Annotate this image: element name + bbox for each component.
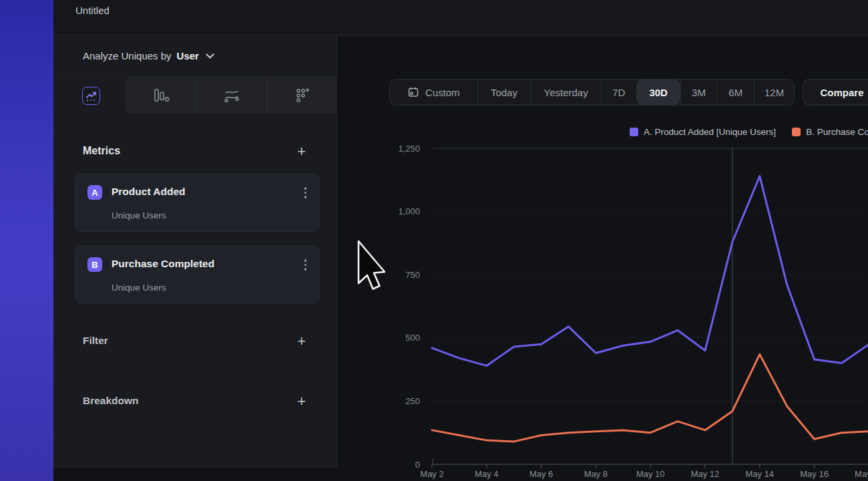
calendar-icon: [407, 86, 419, 98]
legend-swatch-a: [630, 128, 638, 136]
query-sidebar: Analyze Uniques by User: [53, 35, 337, 468]
flow-chart-icon: [223, 88, 240, 104]
svg-text:May 4: May 4: [475, 469, 498, 479]
metric-badge-a: A: [87, 185, 102, 200]
tab-bar-chart[interactable]: [126, 77, 196, 114]
svg-text:0: 0: [415, 460, 420, 470]
range-30d[interactable]: 30D: [636, 79, 680, 105]
svg-text:May 8: May 8: [584, 469, 608, 479]
svg-text:May 6: May 6: [529, 469, 553, 479]
range-3m[interactable]: 3M: [680, 79, 717, 105]
legend-label-a: A. Product Added [Unique Users]: [644, 127, 776, 137]
add-filter-button[interactable]: +: [297, 335, 306, 348]
report-title[interactable]: Untitled: [75, 5, 110, 16]
compare-button[interactable]: Compare: [803, 79, 868, 106]
svg-text:May 10: May 10: [636, 469, 665, 479]
breakdown-header: Breakdown: [83, 395, 139, 407]
line-chart-icon: [85, 90, 97, 102]
date-range-segmented-control: Custom Today Yesterday 7D 30D 3M 6M 12M: [389, 79, 795, 106]
svg-text:1,000: 1,000: [398, 206, 420, 216]
metric-title: Purchase Completed: [112, 258, 214, 270]
app-window: Untitled Analyze Uniques by User: [0, 0, 868, 481]
svg-text:250: 250: [405, 396, 420, 406]
tab-line-chart[interactable]: [82, 87, 100, 105]
legend-label-b: B. Purchase Completed [Unique Users]: [806, 127, 868, 137]
range-6m[interactable]: 6M: [716, 79, 754, 105]
left-gradient-rail: [0, 0, 53, 481]
metric-subtitle[interactable]: Unique Users: [112, 210, 166, 220]
metric-card-product-added[interactable]: A Product Added Unique Users: [75, 174, 319, 232]
metric-badge-b: B: [87, 257, 102, 272]
kebab-menu-icon[interactable]: [304, 187, 307, 198]
analyze-by-value[interactable]: User: [177, 50, 199, 61]
analyze-by-label: Analyze Uniques by: [83, 50, 172, 61]
tab-flow-chart[interactable]: [196, 77, 266, 114]
svg-text:May 14: May 14: [745, 469, 774, 479]
chart-panel: 1,2501,0007505002500May 2May 4May 6May 8…: [337, 35, 868, 481]
svg-text:750: 750: [405, 270, 420, 280]
range-12m[interactable]: 12M: [754, 79, 794, 105]
svg-text:May 12: May 12: [691, 469, 720, 479]
add-metric-button[interactable]: +: [297, 145, 306, 158]
metrics-header: Metrics: [83, 145, 120, 157]
range-yesterday[interactable]: Yesterday: [530, 79, 601, 105]
range-7d[interactable]: 7D: [601, 79, 636, 105]
tab-dots-grid[interactable]: [266, 77, 337, 114]
svg-text:May 16: May 16: [800, 469, 829, 479]
add-breakdown-button[interactable]: +: [297, 395, 306, 408]
top-bar: Untitled: [53, 0, 868, 35]
chevron-down-icon[interactable]: [206, 50, 214, 59]
metric-card-purchase-completed[interactable]: B Purchase Completed Unique Users: [75, 246, 319, 303]
svg-text:1,250: 1,250: [398, 144, 420, 154]
legend-swatch-b: [792, 128, 801, 136]
chart-legend: A. Product Added [Unique Users] B. Purch…: [630, 127, 868, 137]
bar-chart-icon: [152, 88, 170, 104]
range-custom[interactable]: Custom: [390, 79, 477, 105]
filter-header: Filter: [83, 335, 108, 347]
chart-type-tabs: [126, 77, 337, 114]
metric-subtitle[interactable]: Unique Users: [112, 283, 166, 293]
range-today[interactable]: Today: [477, 79, 531, 105]
svg-text:500: 500: [405, 333, 420, 343]
svg-text:May 18: May 18: [855, 469, 868, 479]
svg-text:May 2: May 2: [420, 469, 443, 479]
kebab-menu-icon[interactable]: [304, 259, 307, 271]
analyze-by-row: Analyze Uniques by User: [53, 35, 337, 77]
metric-title: Product Added: [112, 186, 186, 198]
dots-grid-icon: [294, 88, 311, 104]
